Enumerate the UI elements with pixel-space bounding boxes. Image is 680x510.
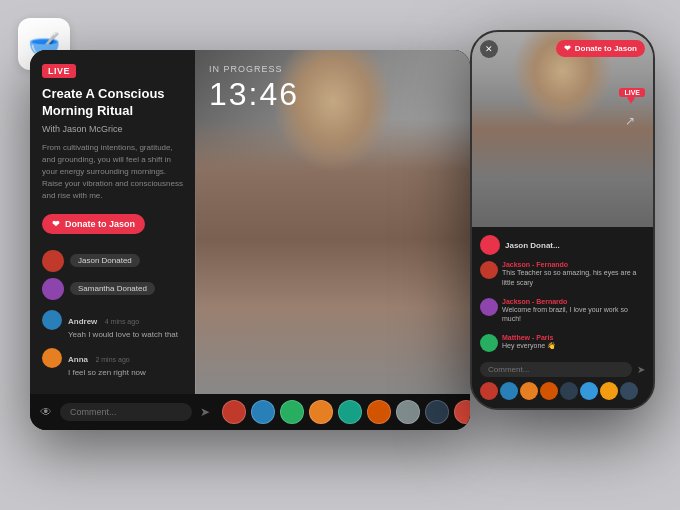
tablet-bottom-bar: 👁 ➤ — [30, 394, 470, 430]
viewer-avatar — [309, 400, 333, 424]
comment-author: Andrew — [68, 317, 97, 326]
phone-send-icon[interactable]: ➤ — [637, 364, 645, 375]
viewer-avatar — [425, 400, 449, 424]
comment-time: 2 mins ago — [95, 356, 129, 363]
phone-viewers-row — [480, 382, 645, 400]
viewer-avatar — [280, 400, 304, 424]
tablet-device: LIVE Create A Conscious Morning Ritual W… — [30, 50, 470, 430]
phone-comment-item: Jackson - Fernando This Teacher so so am… — [480, 261, 645, 293]
phone-viewer-avatar — [480, 382, 498, 400]
comment-input[interactable] — [60, 403, 192, 421]
phone-comment-text: This Teacher so so amazing, his eyes are… — [502, 268, 645, 288]
donation-tag: Jason Donated — [70, 254, 140, 267]
phone-host-name: Jason Donat... — [505, 241, 560, 250]
donation-item: Jason Donated — [42, 250, 183, 272]
comment-item: Anna 2 mins ago I feel so zen right now — [42, 348, 183, 378]
comment-time: 4 mins ago — [105, 318, 139, 325]
phone-comment-item: Jackson - Bernardo Welcome from brazil, … — [480, 298, 645, 330]
eye-icon: 👁 — [40, 405, 52, 419]
phone-viewer-avatar — [560, 382, 578, 400]
comment-text: I feel so zen right now — [68, 367, 146, 378]
phone-host-avatar — [480, 235, 500, 255]
phone-viewer-avatar — [520, 382, 538, 400]
donor-avatar — [42, 250, 64, 272]
phone-device: ✕ ❤ Donate to Jason LIVE ♥ ↗ Jason Donat… — [470, 30, 655, 410]
phone-host-row: Jason Donat... — [480, 235, 645, 255]
video-area: IN PROGRESS 13:46 — [195, 50, 470, 394]
phone-comment-input[interactable] — [480, 362, 632, 377]
comments-section: Andrew 4 mins ago Yeah I would love to w… — [42, 310, 183, 380]
send-icon[interactable]: ➤ — [200, 405, 210, 419]
close-button[interactable]: ✕ — [480, 40, 498, 58]
comment-item: Andrew 4 mins ago Yeah I would love to w… — [42, 310, 183, 340]
phone-donate-button[interactable]: ❤ Donate to Jason — [556, 40, 645, 57]
tablet-info-panel: LIVE Create A Conscious Morning Ritual W… — [30, 50, 195, 394]
viewer-avatar — [251, 400, 275, 424]
phone-comment-author: Jackson - Bernardo — [502, 298, 645, 305]
viewer-avatar — [367, 400, 391, 424]
comment-text: Yeah I would love to watch that — [68, 329, 178, 340]
share-icon[interactable]: ↗ — [625, 114, 635, 128]
donor-avatar — [42, 278, 64, 300]
phone-viewer-avatar — [540, 382, 558, 400]
viewer-avatar — [454, 400, 470, 424]
phone-viewer-avatar — [620, 382, 638, 400]
phone-bottom-panel: Jason Donat... Jackson - Fernando This T… — [472, 227, 653, 408]
donation-item: Samantha Donated — [42, 278, 183, 300]
phone-comment-text: Welcome from brazil, I love your work so… — [502, 305, 645, 325]
session-host: With Jason McGrice — [42, 124, 183, 134]
session-description: From cultivating intentions, gratitude, … — [42, 142, 183, 202]
phone-comment-text: Hey everyone 👋 — [502, 341, 556, 351]
viewer-avatar — [222, 400, 246, 424]
phone-viewer-avatar — [580, 382, 598, 400]
donate-button[interactable]: ❤ Donate to Jason — [42, 214, 145, 234]
session-title: Create A Conscious Morning Ritual — [42, 86, 183, 120]
donate-label: Donate to Jason — [65, 219, 135, 229]
phone-donate-label: Donate to Jason — [575, 44, 637, 53]
donation-tag: Samantha Donated — [70, 282, 155, 295]
timer-display: 13:46 — [209, 76, 299, 113]
phone-commenter-avatar — [480, 261, 498, 279]
phone-viewer-avatar — [500, 382, 518, 400]
viewer-avatar — [338, 400, 362, 424]
phone-comment-author: Jackson - Fernando — [502, 261, 645, 268]
phone-commenter-avatar — [480, 334, 498, 352]
phone-comment-author: Matthew - Paris — [502, 334, 556, 341]
in-progress-label: IN PROGRESS — [209, 64, 283, 74]
phone-input-bar: ➤ — [480, 362, 645, 377]
viewer-avatar — [396, 400, 420, 424]
commenter-avatar — [42, 348, 62, 368]
phone-live-badge: LIVE — [619, 88, 645, 97]
phone-commenter-avatar — [480, 298, 498, 316]
phone-comment-item: Matthew - Paris Hey everyone 👋 — [480, 334, 645, 356]
comment-author: Anna — [68, 355, 88, 364]
phone-comments: Jackson - Fernando This Teacher so so am… — [480, 261, 645, 356]
heart-icon: ❤ — [52, 219, 60, 229]
commenter-avatar — [42, 310, 62, 330]
live-badge: LIVE — [42, 64, 76, 78]
phone-viewer-avatar — [600, 382, 618, 400]
phone-video-area: ✕ ❤ Donate to Jason LIVE ♥ ↗ — [472, 32, 653, 227]
heart-icon: ❤ — [564, 44, 571, 53]
phone-presenter-video — [472, 32, 653, 227]
